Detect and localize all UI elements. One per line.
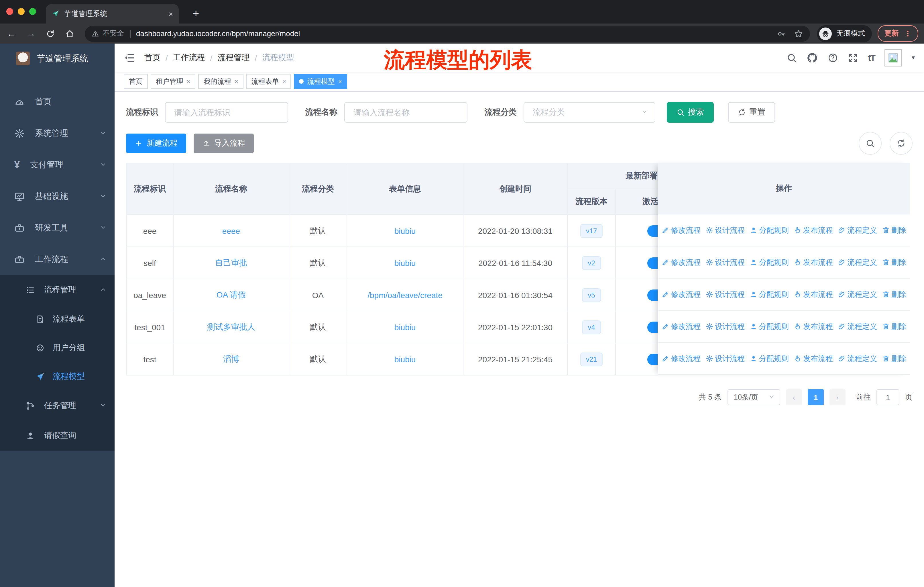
assign-rule-link[interactable]: 分配规则 [750,321,789,332]
github-icon[interactable] [807,52,818,63]
next-page-button[interactable]: › [830,389,845,405]
toggle-search-button[interactable] [859,132,882,155]
version-badge[interactable]: v2 [582,256,601,270]
browser-tab[interactable]: 芋道管理系统 × [46,4,179,23]
page-size-select[interactable]: 10条/页 [728,389,780,405]
collapse-sidebar-icon[interactable] [124,52,135,63]
active-toggle[interactable] [647,354,658,365]
close-window-button[interactable] [6,8,13,15]
delete-model-link[interactable]: 删除 [882,354,906,364]
delete-model-link[interactable]: 删除 [882,321,906,332]
active-toggle[interactable] [647,289,658,301]
publish-model-link[interactable]: 发布流程 [794,225,833,235]
version-badge[interactable]: v21 [580,352,603,366]
model-name-link[interactable]: 滔博 [223,354,239,363]
search-button[interactable]: 搜索 [667,102,714,123]
active-toggle[interactable] [647,225,658,236]
active-toggle[interactable] [647,321,658,333]
publish-model-link[interactable]: 发布流程 [794,289,833,299]
process-name-input[interactable] [344,102,467,123]
refresh-table-button[interactable] [889,132,912,155]
edit-model-link[interactable]: 修改流程 [662,225,701,235]
app-logo[interactable]: 芋道管理系统 [0,43,115,73]
model-name-link[interactable]: 测试多审批人 [207,322,255,331]
sidebar-item-process-form[interactable]: 流程表单 [0,305,115,334]
page-number-1[interactable]: 1 [808,389,824,405]
sidebar-item-payment[interactable]: ¥ 支付管理 [0,149,115,180]
goto-page-input[interactable] [876,389,899,405]
sidebar-item-home[interactable]: 首页 [0,86,115,117]
delete-model-link[interactable]: 删除 [882,289,906,299]
tag-process-form[interactable]: 流程表单 × [246,74,291,89]
model-name-link[interactable]: eeee [222,226,240,235]
form-link[interactable]: biubiu [394,226,416,235]
design-model-link[interactable]: 设计流程 [706,321,745,332]
design-model-link[interactable]: 设计流程 [706,354,745,364]
close-tag-icon[interactable]: × [282,78,286,85]
active-toggle[interactable] [647,257,658,269]
home-button[interactable] [65,29,74,38]
version-badge[interactable]: v5 [582,288,601,302]
assign-rule-link[interactable]: 分配规则 [750,225,789,235]
definition-link[interactable]: 流程定义 [838,354,877,364]
close-tag-icon[interactable]: × [234,78,238,85]
new-tab-button[interactable]: + [189,7,203,21]
design-model-link[interactable]: 设计流程 [706,289,745,299]
browser-menu-icon[interactable]: ⋮ [904,29,911,38]
back-button[interactable]: ← [7,28,16,39]
delete-model-link[interactable]: 删除 [882,225,906,235]
security-warning[interactable]: 不安全 [92,29,124,38]
search-icon[interactable] [787,53,797,63]
edit-model-link[interactable]: 修改流程 [662,289,701,299]
tag-process-model[interactable]: 流程模型 × [294,74,347,89]
process-category-select[interactable]: 流程分类 [523,102,655,123]
key-icon[interactable] [777,29,786,38]
design-model-link[interactable]: 设计流程 [706,225,745,235]
process-key-input[interactable] [165,102,288,123]
assign-rule-link[interactable]: 分配规则 [750,354,789,364]
zoom-window-button[interactable] [29,8,36,15]
sidebar-item-process-model[interactable]: 流程模型 [0,362,115,391]
breadcrumb-home[interactable]: 首页 [144,53,160,63]
form-link[interactable]: biubiu [394,258,416,268]
help-icon[interactable] [828,53,838,63]
breadcrumb-workflow[interactable]: 工作流程 [173,53,205,63]
sidebar-item-leave-query[interactable]: 请假查询 [0,421,115,451]
sidebar-item-user-group[interactable]: 用户分组 [0,334,115,362]
publish-model-link[interactable]: 发布流程 [794,354,833,364]
version-badge[interactable]: v17 [580,224,603,238]
sidebar-item-workflow[interactable]: 工作流程 [0,244,115,275]
forward-button[interactable]: → [26,28,36,39]
definition-link[interactable]: 流程定义 [838,225,877,235]
tag-my-process[interactable]: 我的流程 × [198,74,243,89]
assign-rule-link[interactable]: 分配规则 [750,257,789,268]
prev-page-button[interactable]: ‹ [786,389,802,405]
sidebar-item-task-manage[interactable]: 任务管理 [0,391,115,421]
url-text[interactable]: dashboard.yudao.iocoder.cn/bpm/manager/m… [136,29,777,38]
close-tag-icon[interactable]: × [187,78,190,85]
design-model-link[interactable]: 设计流程 [706,257,745,268]
caret-down-icon[interactable]: ▾ [912,54,915,61]
model-name-link[interactable]: 自己审批 [215,258,247,267]
sidebar-item-process-manage[interactable]: 流程管理 [0,275,115,305]
sidebar-item-system[interactable]: 系统管理 [0,117,115,149]
avatar[interactable] [885,49,902,66]
publish-model-link[interactable]: 发布流程 [794,257,833,268]
assign-rule-link[interactable]: 分配规则 [750,289,789,299]
edit-model-link[interactable]: 修改流程 [662,257,701,268]
delete-model-link[interactable]: 删除 [882,257,906,268]
form-link[interactable]: biubiu [394,355,416,364]
close-tab-icon[interactable]: × [169,10,173,18]
definition-link[interactable]: 流程定义 [838,289,877,299]
version-badge[interactable]: v4 [582,320,601,334]
sidebar-item-infra[interactable]: 基础设施 [0,180,115,212]
definition-link[interactable]: 流程定义 [838,321,877,332]
edit-model-link[interactable]: 修改流程 [662,354,701,364]
tag-tenant[interactable]: 租户管理 × [151,74,196,89]
form-link[interactable]: biubiu [394,322,416,332]
close-tag-icon[interactable]: × [338,78,342,85]
minimize-window-button[interactable] [18,8,25,15]
breadcrumb-process-manage[interactable]: 流程管理 [218,53,250,63]
publish-model-link[interactable]: 发布流程 [794,321,833,332]
import-process-button[interactable]: 导入流程 [194,134,254,153]
